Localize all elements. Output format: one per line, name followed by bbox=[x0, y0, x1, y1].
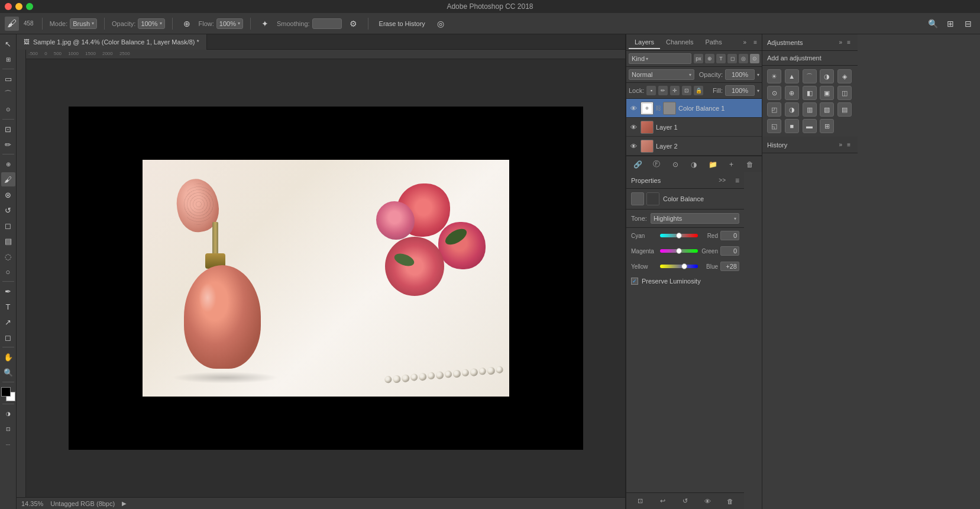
new-layer-button[interactable]: + bbox=[726, 159, 738, 170]
filter-toggle-icon[interactable]: ⊙ bbox=[750, 54, 759, 63]
properties-expand-button[interactable]: >> bbox=[719, 177, 726, 183]
color-swatches[interactable] bbox=[1, 387, 15, 401]
extra-tools-button[interactable]: ··· bbox=[1, 437, 15, 452]
dodge-tool[interactable]: ○ bbox=[1, 265, 15, 279]
brightness-contrast-icon[interactable]: ☀ bbox=[767, 69, 781, 83]
adj-collapse-button[interactable]: » bbox=[837, 39, 845, 46]
status-arrow-icon[interactable]: ▶ bbox=[122, 500, 127, 507]
toggle-visibility-button[interactable]: 👁 bbox=[702, 495, 714, 507]
pen-tool[interactable]: ✒ bbox=[1, 284, 15, 298]
selective-color-icon[interactable]: ◱ bbox=[767, 119, 781, 133]
canvas-wrapper[interactable] bbox=[26, 59, 625, 497]
zoom-tool[interactable]: 🔍 bbox=[1, 365, 15, 379]
crop-tool[interactable]: ⊡ bbox=[1, 122, 15, 136]
hsl-icon[interactable]: ⊙ bbox=[767, 86, 781, 100]
previous-state-button[interactable]: ↩ bbox=[656, 495, 668, 507]
foreground-color-swatch[interactable] bbox=[1, 387, 11, 397]
layer-visibility-icon[interactable]: 👁 bbox=[629, 104, 638, 113]
collapse-panel-button[interactable]: » bbox=[741, 39, 749, 46]
erase-history-icon[interactable]: ◎ bbox=[434, 17, 448, 31]
yellow-blue-slider[interactable] bbox=[660, 265, 698, 268]
properties-menu-button[interactable]: ≡ bbox=[735, 176, 739, 185]
move-tool[interactable]: ↖ bbox=[1, 37, 15, 51]
vibrance-icon[interactable]: ◈ bbox=[837, 69, 852, 83]
layer-item[interactable]: 👁 Layer 2 bbox=[626, 137, 762, 156]
invert-icon[interactable]: ◑ bbox=[785, 102, 799, 117]
fill-value[interactable]: 100% bbox=[725, 85, 755, 96]
bw-icon[interactable]: ◧ bbox=[803, 86, 817, 100]
lock-transparent-icon[interactable]: ▪ bbox=[646, 86, 656, 95]
adj-menu-button[interactable]: ≡ bbox=[845, 39, 853, 46]
filter-adjust-icon[interactable]: ⊕ bbox=[705, 54, 714, 63]
mode-dropdown[interactable]: Brush ▾ bbox=[70, 18, 97, 29]
clip-to-layer-button[interactable]: ⊡ bbox=[634, 495, 646, 507]
levels-icon[interactable]: ▲ bbox=[785, 69, 799, 83]
history-collapse-button[interactable]: » bbox=[837, 141, 845, 148]
history-menu-button[interactable]: ≡ bbox=[845, 141, 853, 148]
filter-pixel-icon[interactable]: px bbox=[694, 54, 703, 63]
type-tool[interactable]: T bbox=[1, 299, 15, 314]
healing-tool[interactable]: ⊕ bbox=[1, 157, 15, 171]
marquee-tool[interactable]: ▭ bbox=[1, 72, 15, 86]
smoothing-dropdown[interactable] bbox=[312, 18, 342, 29]
delete-adjustment-button[interactable]: 🗑 bbox=[725, 495, 736, 507]
search-button[interactable]: 🔍 bbox=[926, 17, 940, 31]
panel-menu-button[interactable]: ≡ bbox=[751, 39, 759, 46]
yellow-blue-thumb[interactable] bbox=[681, 263, 687, 269]
cyan-red-slider[interactable] bbox=[660, 234, 698, 237]
blend-mode-dropdown[interactable]: Normal ▾ bbox=[629, 69, 694, 80]
filter-smart-icon[interactable]: ◎ bbox=[739, 54, 748, 63]
opacity-dropdown[interactable]: 100% ▾ bbox=[138, 18, 164, 29]
layer-item[interactable]: 👁 ⊕ ⛓ Color Balance 1 bbox=[626, 99, 762, 118]
layer-item[interactable]: 👁 Layer 1 bbox=[626, 118, 762, 137]
yellow-blue-value[interactable]: +28 bbox=[720, 262, 739, 271]
exposure-icon[interactable]: ◑ bbox=[820, 69, 834, 83]
lock-all-icon[interactable]: 🔒 bbox=[694, 86, 703, 95]
link-layers-button[interactable]: 🔗 bbox=[632, 159, 644, 170]
kind-dropdown[interactable]: Kind ▾ bbox=[629, 53, 691, 64]
filter-shape-icon[interactable]: ◻ bbox=[727, 54, 737, 63]
clone-tool[interactable]: ⊛ bbox=[1, 188, 15, 202]
blur-tool[interactable]: ◌ bbox=[1, 249, 15, 263]
canvas-tab[interactable]: 🖼 Sample 1.jpg @ 14.4% (Color Balance 1,… bbox=[17, 34, 207, 50]
airbrush-button[interactable]: ✦ bbox=[258, 17, 272, 31]
history-brush-tool[interactable]: ↺ bbox=[1, 203, 15, 217]
gradient-tool[interactable]: ▤ bbox=[1, 234, 15, 248]
flow-dropdown[interactable]: 100% ▾ bbox=[216, 18, 243, 29]
filter-type-icon[interactable]: T bbox=[716, 54, 726, 63]
screen-mode-button[interactable]: ⊡ bbox=[1, 422, 15, 436]
gradient-fill-icon[interactable]: ▬ bbox=[803, 119, 817, 133]
minimize-button[interactable] bbox=[15, 3, 22, 10]
tab-layers[interactable]: Layers bbox=[629, 36, 660, 49]
layer-visibility-icon[interactable]: 👁 bbox=[629, 141, 638, 151]
close-button[interactable] bbox=[5, 3, 12, 10]
preserve-luminosity-checkbox[interactable]: ✓ bbox=[631, 278, 638, 285]
pressure-opacity-button[interactable]: ⊕ bbox=[180, 17, 194, 31]
canvas-image[interactable] bbox=[143, 160, 509, 397]
color-balance-adj-icon[interactable]: ⊕ bbox=[785, 86, 799, 100]
quick-select-tool[interactable]: ⊙ bbox=[1, 102, 15, 117]
layer-visibility-icon[interactable]: 👁 bbox=[629, 123, 638, 132]
cyan-red-value[interactable]: 0 bbox=[720, 231, 739, 240]
lock-position-icon[interactable]: ✛ bbox=[670, 86, 680, 95]
gradient-map-icon[interactable]: ▤ bbox=[837, 102, 852, 117]
posterize-icon[interactable]: ▥ bbox=[803, 102, 817, 117]
add-mask-button[interactable]: ⊙ bbox=[669, 159, 681, 170]
path-select-tool[interactable]: ↗ bbox=[1, 315, 15, 329]
reset-button[interactable]: ↺ bbox=[679, 495, 691, 507]
solid-color-icon[interactable]: ■ bbox=[785, 119, 799, 133]
artboard-tool[interactable]: ⊞ bbox=[1, 52, 15, 66]
brush-tool-button[interactable]: 🖌 bbox=[5, 17, 19, 31]
extra-button[interactable]: ⊟ bbox=[961, 17, 975, 31]
lasso-tool[interactable]: ⌒ bbox=[1, 87, 15, 101]
tone-dropdown[interactable]: Highlights ▾ bbox=[651, 213, 739, 224]
opacity-value[interactable]: 100% bbox=[725, 69, 755, 80]
tab-channels[interactable]: Channels bbox=[660, 36, 699, 49]
channel-mixer-icon[interactable]: ◫ bbox=[837, 86, 852, 100]
magenta-green-thumb[interactable] bbox=[676, 248, 682, 254]
pattern-icon[interactable]: ⊞ bbox=[820, 119, 834, 133]
cyan-red-thumb[interactable] bbox=[676, 233, 682, 239]
brush-tool[interactable]: 🖌 bbox=[1, 172, 15, 186]
layer-effects-button[interactable]: Ⓕ bbox=[651, 159, 662, 170]
threshold-icon[interactable]: ▧ bbox=[820, 102, 834, 117]
